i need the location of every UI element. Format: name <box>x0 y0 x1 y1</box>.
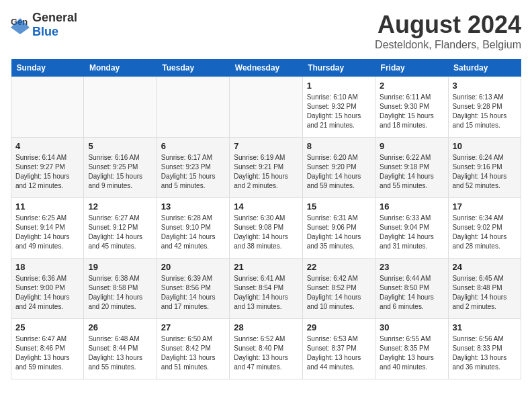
month-year-title: August 2024 <box>375 11 521 39</box>
column-header-sunday: Sunday <box>11 59 84 77</box>
calendar-cell <box>84 77 157 138</box>
calendar-cell: 14Sunrise: 6:30 AMSunset: 9:08 PMDayligh… <box>230 198 302 259</box>
day-number: 26 <box>88 322 152 332</box>
day-info: Sunrise: 6:56 AMSunset: 8:33 PMDaylight:… <box>453 334 517 372</box>
calendar-cell: 20Sunrise: 6:39 AMSunset: 8:56 PMDayligh… <box>157 259 229 319</box>
day-info: Sunrise: 6:34 AMSunset: 9:02 PMDaylight:… <box>453 214 517 251</box>
logo: Gen General Blue <box>11 11 77 39</box>
day-info: Sunrise: 6:10 AMSunset: 9:32 PMDaylight:… <box>307 93 371 130</box>
day-info: Sunrise: 6:24 AMSunset: 9:16 PMDaylight:… <box>453 153 517 191</box>
calendar-cell: 31Sunrise: 6:56 AMSunset: 8:33 PMDayligh… <box>448 319 521 379</box>
day-info: Sunrise: 6:13 AMSunset: 9:28 PMDaylight:… <box>453 93 517 130</box>
day-info: Sunrise: 6:20 AMSunset: 9:20 PMDaylight:… <box>307 153 371 191</box>
day-number: 5 <box>88 141 152 151</box>
calendar-cell: 12Sunrise: 6:27 AMSunset: 9:12 PMDayligh… <box>84 198 157 259</box>
day-number: 1 <box>307 81 371 91</box>
day-info: Sunrise: 6:17 AMSunset: 9:23 PMDaylight:… <box>161 153 225 191</box>
day-number: 29 <box>307 322 371 332</box>
calendar-cell <box>230 77 302 138</box>
calendar-cell: 19Sunrise: 6:38 AMSunset: 8:58 PMDayligh… <box>84 259 157 319</box>
day-info: Sunrise: 6:38 AMSunset: 8:58 PMDaylight:… <box>88 274 152 312</box>
day-info: Sunrise: 6:48 AMSunset: 8:44 PMDaylight:… <box>88 334 152 372</box>
day-number: 17 <box>453 201 517 212</box>
day-info: Sunrise: 6:42 AMSunset: 8:52 PMDaylight:… <box>307 274 371 312</box>
column-header-thursday: Thursday <box>302 59 375 77</box>
title-area: August 2024 Desteldonk, Flanders, Belgiu… <box>375 11 521 51</box>
day-info: Sunrise: 6:19 AMSunset: 9:21 PMDaylight:… <box>234 153 298 191</box>
calendar-cell: 23Sunrise: 6:44 AMSunset: 8:50 PMDayligh… <box>375 259 448 319</box>
day-info: Sunrise: 6:36 AMSunset: 9:00 PMDaylight:… <box>15 274 79 312</box>
calendar-week-row: 4Sunrise: 6:14 AMSunset: 9:27 PMDaylight… <box>11 138 521 198</box>
calendar-cell: 8Sunrise: 6:20 AMSunset: 9:20 PMDaylight… <box>302 138 375 198</box>
location-subtitle: Desteldonk, Flanders, Belgium <box>375 39 521 51</box>
day-info: Sunrise: 6:41 AMSunset: 8:54 PMDaylight:… <box>234 274 298 312</box>
day-info: Sunrise: 6:30 AMSunset: 9:08 PMDaylight:… <box>234 214 298 251</box>
day-info: Sunrise: 6:44 AMSunset: 8:50 PMDaylight:… <box>380 274 443 312</box>
day-number: 22 <box>307 262 371 272</box>
day-number: 4 <box>15 141 79 151</box>
calendar-cell: 9Sunrise: 6:22 AMSunset: 9:18 PMDaylight… <box>375 138 448 198</box>
day-number: 2 <box>380 81 443 91</box>
day-number: 14 <box>234 201 298 212</box>
day-number: 13 <box>161 201 225 212</box>
day-info: Sunrise: 6:53 AMSunset: 8:37 PMDaylight:… <box>307 334 371 372</box>
day-info: Sunrise: 6:31 AMSunset: 9:06 PMDaylight:… <box>307 214 371 251</box>
calendar-cell: 24Sunrise: 6:45 AMSunset: 8:48 PMDayligh… <box>448 259 521 319</box>
calendar-cell: 25Sunrise: 6:47 AMSunset: 8:46 PMDayligh… <box>11 319 84 379</box>
calendar-week-row: 11Sunrise: 6:25 AMSunset: 9:14 PMDayligh… <box>11 198 521 259</box>
day-number: 16 <box>380 201 443 212</box>
day-number: 15 <box>307 201 371 212</box>
calendar-cell: 16Sunrise: 6:33 AMSunset: 9:04 PMDayligh… <box>375 198 448 259</box>
calendar-cell: 26Sunrise: 6:48 AMSunset: 8:44 PMDayligh… <box>84 319 157 379</box>
calendar-cell <box>157 77 229 138</box>
day-number: 8 <box>307 141 371 151</box>
calendar-cell: 5Sunrise: 6:16 AMSunset: 9:25 PMDaylight… <box>84 138 157 198</box>
day-info: Sunrise: 6:25 AMSunset: 9:14 PMDaylight:… <box>15 214 79 251</box>
calendar-cell: 21Sunrise: 6:41 AMSunset: 8:54 PMDayligh… <box>230 259 302 319</box>
day-info: Sunrise: 6:33 AMSunset: 9:04 PMDaylight:… <box>380 214 443 251</box>
calendar-cell: 3Sunrise: 6:13 AMSunset: 9:28 PMDaylight… <box>448 77 521 138</box>
day-number: 10 <box>453 141 517 151</box>
calendar-cell <box>11 77 84 138</box>
calendar-cell: 22Sunrise: 6:42 AMSunset: 8:52 PMDayligh… <box>302 259 375 319</box>
calendar-cell: 7Sunrise: 6:19 AMSunset: 9:21 PMDaylight… <box>230 138 302 198</box>
day-info: Sunrise: 6:11 AMSunset: 9:30 PMDaylight:… <box>380 93 443 130</box>
day-info: Sunrise: 6:50 AMSunset: 8:42 PMDaylight:… <box>161 334 225 372</box>
calendar-cell: 17Sunrise: 6:34 AMSunset: 9:02 PMDayligh… <box>448 198 521 259</box>
day-info: Sunrise: 6:39 AMSunset: 8:56 PMDaylight:… <box>161 274 225 312</box>
logo-general-text: General <box>32 11 77 24</box>
day-number: 18 <box>15 262 79 272</box>
column-header-wednesday: Wednesday <box>230 59 302 77</box>
calendar-cell: 30Sunrise: 6:55 AMSunset: 8:35 PMDayligh… <box>375 319 448 379</box>
day-number: 20 <box>161 262 225 272</box>
calendar-cell: 1Sunrise: 6:10 AMSunset: 9:32 PMDaylight… <box>302 77 375 138</box>
day-info: Sunrise: 6:22 AMSunset: 9:18 PMDaylight:… <box>380 153 443 191</box>
column-header-saturday: Saturday <box>448 59 521 77</box>
calendar-cell: 29Sunrise: 6:53 AMSunset: 8:37 PMDayligh… <box>302 319 375 379</box>
day-info: Sunrise: 6:16 AMSunset: 9:25 PMDaylight:… <box>88 153 152 191</box>
day-number: 12 <box>88 201 152 212</box>
calendar-cell: 2Sunrise: 6:11 AMSunset: 9:30 PMDaylight… <box>375 77 448 138</box>
calendar-cell: 18Sunrise: 6:36 AMSunset: 9:00 PMDayligh… <box>11 259 84 319</box>
day-number: 9 <box>380 141 443 151</box>
calendar-cell: 27Sunrise: 6:50 AMSunset: 8:42 PMDayligh… <box>157 319 229 379</box>
day-number: 25 <box>15 322 79 332</box>
calendar-header-row: SundayMondayTuesdayWednesdayThursdayFrid… <box>11 59 521 77</box>
day-number: 24 <box>453 262 517 272</box>
calendar-table: SundayMondayTuesdayWednesdayThursdayFrid… <box>11 59 521 379</box>
day-info: Sunrise: 6:52 AMSunset: 8:40 PMDaylight:… <box>234 334 298 372</box>
day-number: 28 <box>234 322 298 332</box>
calendar-week-row: 25Sunrise: 6:47 AMSunset: 8:46 PMDayligh… <box>11 319 521 379</box>
calendar-cell: 15Sunrise: 6:31 AMSunset: 9:06 PMDayligh… <box>302 198 375 259</box>
day-info: Sunrise: 6:47 AMSunset: 8:46 PMDaylight:… <box>15 334 79 372</box>
day-number: 11 <box>15 201 79 212</box>
day-number: 6 <box>161 141 225 151</box>
column-header-friday: Friday <box>375 59 448 77</box>
day-info: Sunrise: 6:28 AMSunset: 9:10 PMDaylight:… <box>161 214 225 251</box>
day-number: 19 <box>88 262 152 272</box>
calendar-cell: 11Sunrise: 6:25 AMSunset: 9:14 PMDayligh… <box>11 198 84 259</box>
day-info: Sunrise: 6:14 AMSunset: 9:27 PMDaylight:… <box>15 153 79 191</box>
calendar-cell: 4Sunrise: 6:14 AMSunset: 9:27 PMDaylight… <box>11 138 84 198</box>
day-info: Sunrise: 6:55 AMSunset: 8:35 PMDaylight:… <box>380 334 443 372</box>
column-header-monday: Monday <box>84 59 157 77</box>
